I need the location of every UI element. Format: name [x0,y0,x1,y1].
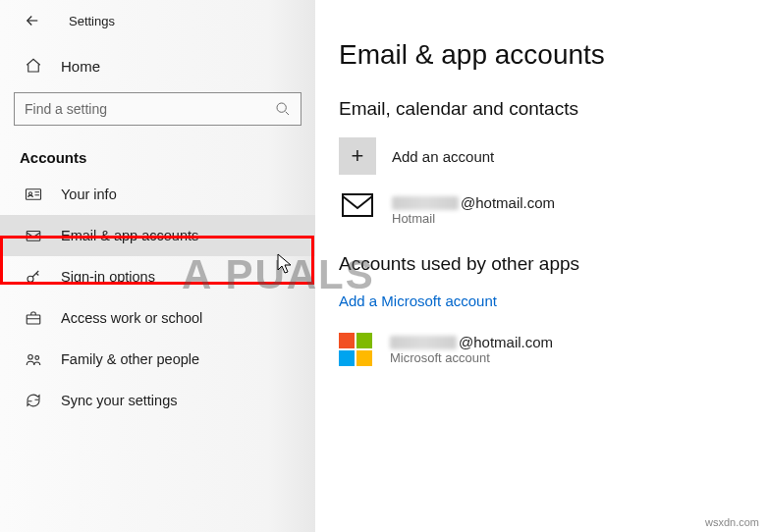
microsoft-logo-icon [339,333,372,366]
sidebar-item-access-work-school[interactable]: Access work or school [0,297,315,339]
page-title: Email & app accounts [339,39,738,71]
home-button[interactable]: Home [0,47,315,84]
search-box[interactable] [14,92,301,126]
search-input[interactable] [25,101,275,117]
svg-point-0 [277,103,286,112]
add-microsoft-account-link[interactable]: Add a Microsoft account [339,293,497,309]
account-email: @hotmail.com [390,334,553,350]
redacted-text [390,336,457,349]
svg-point-7 [35,356,39,360]
people-icon [20,350,47,368]
search-icon [275,101,291,117]
key-icon [20,268,47,286]
svg-point-2 [29,192,32,195]
account-info: @hotmail.com Microsoft account [390,334,553,365]
header-row: Settings [0,12,315,47]
sidebar-item-label: Sign-in options [61,269,155,285]
sidebar-item-email-app-accounts[interactable]: Email & app accounts [0,215,315,256]
add-account-button[interactable]: + Add an account [339,137,738,175]
section-accounts-other-apps-title: Accounts used by other apps [339,253,738,275]
sidebar-item-label: Access work or school [61,310,202,326]
svg-rect-3 [27,232,40,241]
mail-icon [20,227,47,244]
sidebar-item-label: Email & app accounts [61,228,198,243]
svg-rect-5 [27,315,40,324]
home-icon [20,57,47,75]
section-email-calendar-contacts-title: Email, calendar and contacts [339,98,738,120]
sidebar-item-sign-in-options[interactable]: Sign-in options [0,256,315,297]
envelope-icon [339,193,376,217]
briefcase-icon [20,309,47,327]
sidebar-item-label: Your info [61,186,117,202]
sidebar-item-label: Sync your settings [61,393,177,408]
sidebar-item-your-info[interactable]: Your info [0,174,315,215]
account-microsoft[interactable]: @hotmail.com Microsoft account [339,333,738,366]
account-info: @hotmail.com Hotmail [392,194,555,226]
svg-rect-1 [27,189,41,200]
main-content: Email & app accounts Email, calendar and… [315,0,767,532]
account-email: @hotmail.com [392,194,555,211]
home-label: Home [61,58,100,75]
plus-icon: + [339,137,376,175]
person-card-icon [20,186,47,203]
sidebar-item-family-other-people[interactable]: Family & other people [0,339,315,380]
sync-icon [20,392,47,409]
svg-point-4 [27,276,33,282]
window-title: Settings [69,14,115,28]
sidebar-item-label: Family & other people [61,351,199,367]
account-type-label: Microsoft account [390,350,553,365]
add-account-label: Add an account [392,148,494,165]
category-title: Accounts [0,135,315,174]
back-arrow-icon[interactable] [24,12,41,29]
footer-attribution: wsxdn.com [705,516,759,528]
svg-rect-8 [343,194,372,216]
redacted-text [392,196,459,210]
sidebar-item-sync-settings[interactable]: Sync your settings [0,380,315,421]
sidebar: Settings Home Accounts Your info Email &… [0,0,315,532]
account-type-label: Hotmail [392,211,555,226]
svg-point-6 [28,355,33,360]
account-hotmail[interactable]: @hotmail.com Hotmail [339,194,738,226]
